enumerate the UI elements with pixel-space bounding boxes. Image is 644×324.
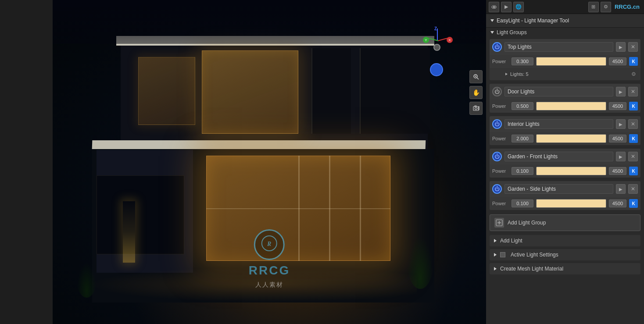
garden-side-color[interactable] [536, 199, 606, 208]
watermark: R RRCG 人人素材 [249, 229, 290, 289]
garden-front-name: Garden - Front Lights [504, 152, 613, 161]
top-lights-kelvin: 4500 [609, 57, 626, 65]
viewport-gizmo: Z X Y [420, 26, 455, 70]
door-lights-controls: Power 0.500 4500 K [490, 100, 640, 113]
camera-tool[interactable] [469, 102, 483, 115]
top-lights-count-arrow[interactable] [505, 73, 508, 75]
icon-settings[interactable]: ⚙ [601, 2, 611, 12]
interior-lights-k-btn[interactable]: K [629, 134, 638, 143]
interior-lights-color[interactable] [536, 134, 606, 143]
garden-side-power-label: Power [492, 201, 509, 206]
garden-side-controls: Power 0.100 4500 K [490, 197, 640, 210]
hand-tool[interactable]: ✋ [469, 86, 483, 99]
garden-front-power-value: 0.100 [512, 167, 533, 175]
top-lights-count-icon[interactable]: ⚙ [629, 70, 638, 78]
panel-title: EasyLight - Light Manager Tool [497, 18, 569, 24]
rrcg-label: RRCG.cn [613, 4, 641, 10]
door-lights-power-value: 0.500 [512, 102, 533, 110]
panel-header: EasyLight - Light Manager Tool [486, 14, 644, 28]
door-lights-header: ⏻ Door Lights ▶ ✕ [490, 84, 640, 100]
svg-point-7 [475, 107, 477, 110]
top-lights-remove[interactable]: ✕ [628, 42, 638, 52]
garden-front-color[interactable] [536, 167, 606, 175]
interior-lights-expand[interactable]: ▶ [616, 119, 626, 129]
garden-front-power-btn[interactable]: ⏻ [492, 152, 502, 161]
create-mesh-section[interactable]: Create Mesh Light Material [490, 263, 640, 274]
top-lights-count: Lights: 5 [510, 71, 626, 77]
garden-front-remove[interactable]: ✕ [628, 152, 638, 161]
garden-side-header: ⏻ Garden - Side Lights ▶ ✕ [490, 181, 640, 197]
interior-lights-header: ⏻ Interior Lights ▶ ✕ [490, 116, 640, 132]
top-lights-power-btn[interactable]: ⏻ [492, 42, 502, 52]
right-panel: ▶ 🌐 ⊞ ⚙ RRCG.cn EasyLight - Light Manage… [486, 0, 644, 324]
light-group-top-lights: ⏻ Top Lights ▶ ✕ Power 0.300 4500 K Ligh… [490, 39, 640, 80]
garden-front-k-btn[interactable]: K [629, 167, 638, 175]
active-light-settings-label: Active Light Settings [511, 252, 558, 258]
light-group-interior-lights: ⏻ Interior Lights ▶ ✕ Power 2.000 4500 K [490, 116, 640, 145]
door-lights-k-btn[interactable]: K [629, 102, 638, 110]
top-lights-count-row: Lights: 5 ⚙ [490, 68, 640, 80]
door-lights-remove[interactable]: ✕ [628, 87, 638, 96]
interior-lights-remove[interactable]: ✕ [628, 119, 638, 129]
active-light-settings-section[interactable]: Active Light Settings [490, 249, 640, 260]
create-mesh-arrow [494, 267, 497, 271]
zoom-tool[interactable] [469, 70, 483, 83]
garden-side-power-btn[interactable]: ⏻ [492, 184, 502, 194]
top-lights-power-value: 0.300 [512, 57, 533, 65]
svg-point-10 [493, 6, 495, 8]
garden-side-name: Garden - Side Lights [504, 184, 613, 194]
garden-side-power-value: 0.100 [512, 199, 533, 207]
light-group-door-lights: ⏻ Door Lights ▶ ✕ Power 0.500 4500 K [490, 84, 640, 113]
door-lights-expand[interactable]: ▶ [616, 87, 626, 96]
door-lights-power-btn[interactable]: ⏻ [492, 87, 502, 96]
viewport-scene: R RRCG 人人素材 Z X Y [53, 0, 486, 324]
side-tools: ✋ [469, 70, 483, 115]
add-group-icon [494, 218, 504, 228]
icon-grid[interactable]: ⊞ [588, 2, 599, 12]
add-light-section[interactable]: Add Light [490, 235, 640, 246]
garden-front-expand[interactable]: ▶ [616, 152, 626, 161]
add-light-label: Add Light [500, 238, 522, 244]
icon-eye[interactable] [489, 2, 499, 12]
garden-front-power-label: Power [492, 168, 509, 174]
add-light-group-btn[interactable]: Add Light Group [490, 214, 640, 231]
light-group-garden-front: ⏻ Garden - Front Lights ▶ ✕ Power 0.100 … [490, 149, 640, 178]
light-group-garden-side: ⏻ Garden - Side Lights ▶ ✕ Power 0.100 4… [490, 181, 640, 210]
watermark-logo-text: R [261, 235, 278, 255]
create-mesh-label: Create Mesh Light Material [500, 266, 563, 272]
light-groups-label: Light Groups [497, 29, 527, 36]
garden-side-kelvin: 4500 [609, 199, 626, 207]
add-light-arrow [494, 239, 497, 242]
interior-lights-kelvin: 4500 [609, 135, 626, 142]
panel-collapse-arrow[interactable] [490, 19, 494, 22]
top-lights-expand[interactable]: ▶ [616, 42, 626, 52]
door-lights-color[interactable] [536, 102, 606, 110]
svg-rect-8 [475, 106, 476, 107]
interior-lights-name: Interior Lights [504, 119, 613, 129]
light-groups-header: Light Groups [486, 28, 644, 37]
light-groups-arrow[interactable] [490, 31, 494, 34]
icon-arrow[interactable]: ▶ [501, 2, 512, 12]
watermark-logo: R [254, 229, 285, 260]
interior-lights-power-label: Power [492, 136, 509, 141]
svg-line-3 [477, 78, 479, 79]
interior-lights-power-btn[interactable]: ⏻ [492, 119, 502, 129]
viewport: R RRCG 人人素材 Z X Y [53, 0, 486, 324]
top-lights-color[interactable] [536, 57, 606, 66]
door-lights-power-label: Power [492, 103, 509, 109]
garden-front-kelvin: 4500 [609, 167, 626, 175]
active-light-checkbox[interactable] [500, 252, 505, 257]
top-lights-k-btn[interactable]: K [629, 57, 638, 66]
icon-globe[interactable]: 🌐 [513, 2, 524, 12]
top-lights-name: Top Lights [504, 42, 613, 52]
door-lights-kelvin: 4500 [609, 102, 626, 110]
watermark-chinese: 人人素材 [255, 281, 283, 289]
svg-text:R: R [267, 241, 271, 247]
garden-side-k-btn[interactable]: K [629, 199, 638, 208]
door-lights-name: Door Lights [504, 87, 613, 96]
garden-side-remove[interactable]: ✕ [628, 184, 638, 194]
top-lights-controls: Power 0.300 4500 K [490, 55, 640, 68]
add-light-group-label: Add Light Group [508, 220, 546, 226]
garden-side-expand[interactable]: ▶ [616, 184, 626, 194]
top-lights-power-label: Power [492, 59, 509, 64]
